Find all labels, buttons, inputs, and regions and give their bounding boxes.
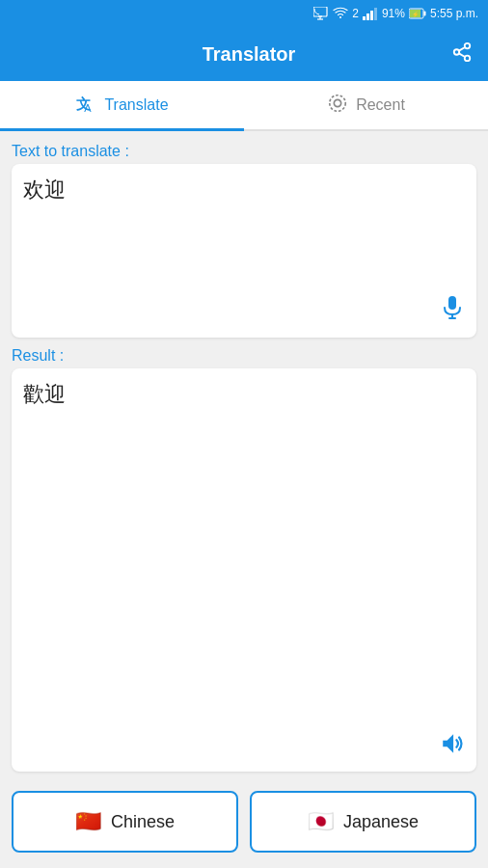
translate-icon: 文 A xyxy=(75,93,96,119)
svg-point-20 xyxy=(334,99,340,106)
battery-percent: 91% xyxy=(382,7,405,20)
share-button[interactable] xyxy=(451,41,473,67)
tab-recent-label: Recent xyxy=(356,96,405,114)
svg-line-15 xyxy=(459,53,465,57)
result-section: Result : 歡迎 xyxy=(12,347,476,772)
recent-icon xyxy=(327,93,348,119)
svg-line-16 xyxy=(459,47,465,51)
microphone-button[interactable] xyxy=(440,295,465,328)
signal-icon xyxy=(363,7,378,20)
wifi-icon xyxy=(333,7,348,20)
tab-recent[interactable]: Recent xyxy=(244,81,488,129)
svg-text:⚡: ⚡ xyxy=(412,11,420,18)
status-bar: 2 91% ⚡ 5:55 p.m. xyxy=(0,0,488,27)
battery-icon: ⚡ xyxy=(409,8,426,19)
svg-rect-4 xyxy=(363,16,366,20)
notification-count: 2 xyxy=(352,7,359,20)
japanese-flag: 🇯🇵 xyxy=(308,809,334,834)
tab-translate[interactable]: 文 A Translate xyxy=(0,81,244,129)
svg-rect-7 xyxy=(374,8,377,20)
screencast-icon xyxy=(313,7,329,20)
tabs-bar: 文 A Translate Recent xyxy=(0,81,488,131)
svg-rect-21 xyxy=(448,296,456,310)
chinese-label: Chinese xyxy=(111,812,175,832)
tab-translate-label: Translate xyxy=(104,96,168,114)
svg-rect-6 xyxy=(370,11,373,20)
app-bar: Translator xyxy=(0,27,488,81)
input-section: Text to translate : 欢迎 xyxy=(12,143,476,338)
result-text: 歡迎 xyxy=(23,382,66,406)
japanese-label: Japanese xyxy=(343,812,419,832)
svg-text:A: A xyxy=(85,102,93,114)
result-label: Result : xyxy=(12,347,476,365)
svg-rect-9 xyxy=(423,12,425,16)
main-content: Text to translate : 欢迎 Result : 歡迎 xyxy=(0,131,488,868)
share-icon xyxy=(451,41,473,63)
chinese-language-button[interactable]: 🇨🇳 Chinese xyxy=(12,791,238,853)
input-label: Text to translate : xyxy=(12,143,476,160)
japanese-language-button[interactable]: 🇯🇵 Japanese xyxy=(250,791,476,853)
input-text-box: 欢迎 xyxy=(12,164,476,338)
chinese-flag: 🇨🇳 xyxy=(75,809,101,834)
status-icons: 2 91% ⚡ 5:55 p.m. xyxy=(313,7,478,20)
svg-rect-5 xyxy=(366,14,369,20)
language-buttons: 🇨🇳 Chinese 🇯🇵 Japanese xyxy=(12,781,476,858)
speaker-button[interactable] xyxy=(440,731,465,762)
text-to-translate-input[interactable]: 欢迎 xyxy=(23,176,465,311)
app-title: Translator xyxy=(46,43,451,66)
svg-point-19 xyxy=(330,95,346,111)
time-display: 5:55 p.m. xyxy=(430,7,478,20)
result-text-box: 歡迎 xyxy=(12,368,476,772)
